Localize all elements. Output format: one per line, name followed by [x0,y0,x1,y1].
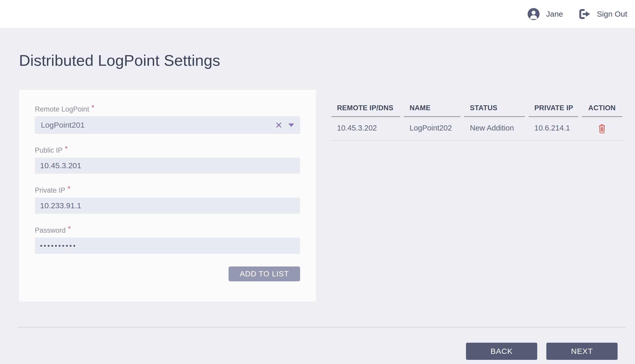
distributed-logpoint-settings-page: { "topbar": { "user_name": "Jane", "sign… [0,0,635,364]
clear-selection-icon[interactable] [275,122,282,128]
delete-row-button[interactable] [582,117,622,140]
cell-remote-ip-dns: 10.45.3.202 [331,117,400,140]
private-ip-field[interactable] [35,198,300,214]
footer-actions: BACK NEXT [466,343,618,360]
cell-status: New Addition [464,117,525,140]
page-title: Distributed LogPoint Settings [19,51,220,69]
public-ip-field[interactable] [35,158,300,174]
remote-logpoint-group: Remote LogPoint * LogPoint201 [35,105,300,134]
remote-logpoints-table: REMOTE IP/DNS NAME STATUS PRIVATE IP ACT… [331,104,625,141]
table-header-row: REMOTE IP/DNS NAME STATUS PRIVATE IP ACT… [331,104,625,117]
password-label: Password * [35,226,300,235]
remote-logpoint-selected-value: LogPoint201 [41,121,275,129]
user-name: Jane [546,10,563,18]
column-header-action: ACTION [582,104,622,117]
password-field[interactable] [35,238,300,254]
topbar: Jane Sign Out [0,0,635,28]
cell-private-ip: 10.6.214.1 [529,117,578,140]
sign-out-button[interactable]: Sign Out [579,9,627,19]
footer-divider [18,327,626,328]
private-ip-label: Private IP * [35,186,300,194]
user-avatar-icon[interactable] [528,8,540,20]
cell-name: LogPoint202 [404,117,461,140]
sign-out-icon [579,9,591,19]
required-marker: * [68,185,70,193]
required-marker: * [65,145,68,153]
public-ip-group: Public IP * [35,146,300,174]
table-row: 10.45.3.202 LogPoint202 New Addition 10.… [331,117,625,141]
column-header-name: NAME [404,104,461,117]
remote-logpoint-select[interactable]: LogPoint201 [35,116,300,134]
sign-out-label: Sign Out [597,10,627,18]
trash-icon [598,124,606,134]
next-button[interactable]: NEXT [546,343,618,360]
column-header-private-ip: PRIVATE IP [529,104,578,117]
remote-logpoint-label: Remote LogPoint * [35,105,300,113]
chevron-down-icon[interactable] [288,124,294,127]
required-marker: * [92,103,94,112]
column-header-status: STATUS [464,104,525,117]
add-to-list-button[interactable]: ADD TO LIST [229,266,300,281]
logpoint-form-card: Remote LogPoint * LogPoint201 Public IP … [19,90,316,302]
private-ip-group: Private IP * [35,186,300,214]
column-header-remote-ip-dns: REMOTE IP/DNS [331,104,400,117]
password-group: Password * [35,226,300,254]
required-marker: * [68,225,71,233]
public-ip-label: Public IP * [35,146,300,154]
back-button[interactable]: BACK [466,343,537,360]
